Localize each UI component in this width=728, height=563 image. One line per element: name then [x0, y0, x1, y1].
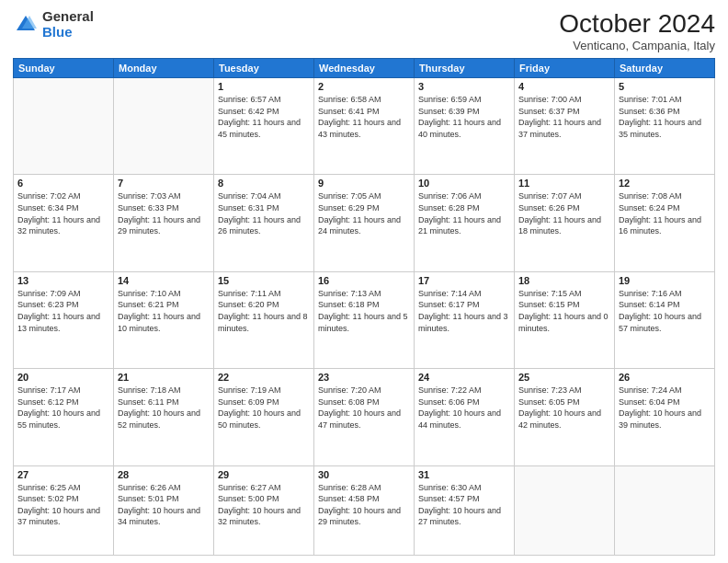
day-info: Sunrise: 7:22 AMSunset: 6:06 PMDaylight:… [418, 385, 510, 431]
day-info: Sunrise: 7:19 AMSunset: 6:09 PMDaylight:… [218, 385, 310, 431]
day-number: 2 [318, 81, 410, 92]
calendar-cell [14, 78, 114, 175]
col-sunday: Sunday [14, 59, 114, 78]
calendar-cell: 9Sunrise: 7:05 AMSunset: 6:29 PMDaylight… [314, 175, 415, 271]
day-info: Sunrise: 7:07 AMSunset: 6:26 PMDaylight:… [518, 190, 610, 236]
day-info: Sunrise: 7:04 AMSunset: 6:31 PMDaylight:… [218, 190, 310, 236]
logo: General Blue [13, 9, 94, 40]
logo-icon [13, 12, 39, 38]
logo-blue: Blue [42, 25, 94, 40]
day-info: Sunrise: 6:26 AMSunset: 5:01 PMDaylight:… [118, 482, 210, 528]
day-number: 19 [619, 275, 711, 286]
day-number: 20 [17, 372, 109, 383]
calendar-cell: 7Sunrise: 7:03 AMSunset: 6:33 PMDaylight… [114, 175, 214, 271]
day-number: 9 [318, 178, 410, 189]
day-number: 18 [518, 275, 610, 286]
day-number: 24 [418, 372, 510, 383]
calendar-cell: 19Sunrise: 7:16 AMSunset: 6:14 PMDayligh… [615, 271, 715, 368]
calendar-cell [615, 465, 715, 555]
calendar-cell: 29Sunrise: 6:27 AMSunset: 5:00 PMDayligh… [214, 465, 314, 555]
col-monday: Monday [114, 59, 214, 78]
day-info: Sunrise: 7:18 AMSunset: 6:11 PMDaylight:… [118, 385, 210, 431]
day-info: Sunrise: 7:03 AMSunset: 6:33 PMDaylight:… [118, 190, 210, 236]
day-number: 22 [218, 372, 310, 383]
calendar-cell: 16Sunrise: 7:13 AMSunset: 6:18 PMDayligh… [314, 271, 415, 368]
day-number: 31 [418, 469, 510, 480]
day-info: Sunrise: 6:27 AMSunset: 5:00 PMDaylight:… [218, 482, 310, 528]
calendar-cell: 18Sunrise: 7:15 AMSunset: 6:15 PMDayligh… [515, 271, 615, 368]
calendar-header-row: Sunday Monday Tuesday Wednesday Thursday… [14, 59, 715, 78]
day-info: Sunrise: 7:17 AMSunset: 6:12 PMDaylight:… [17, 385, 109, 431]
calendar-week-row-5: 27Sunrise: 6:25 AMSunset: 5:02 PMDayligh… [14, 465, 715, 555]
title-area: October 2024 Venticano, Campania, Italy [559, 9, 715, 52]
calendar-cell: 13Sunrise: 7:09 AMSunset: 6:23 PMDayligh… [14, 271, 114, 368]
day-number: 17 [418, 275, 510, 286]
calendar-cell: 24Sunrise: 7:22 AMSunset: 6:06 PMDayligh… [415, 369, 515, 465]
calendar-cell [515, 465, 615, 555]
day-info: Sunrise: 7:10 AMSunset: 6:21 PMDaylight:… [118, 288, 210, 334]
day-info: Sunrise: 7:15 AMSunset: 6:15 PMDaylight:… [518, 288, 610, 334]
day-number: 27 [17, 469, 109, 480]
day-number: 13 [17, 275, 109, 286]
header: General Blue October 2024 Venticano, Cam… [13, 9, 715, 52]
day-info: Sunrise: 6:30 AMSunset: 4:57 PMDaylight:… [418, 482, 510, 528]
day-number: 23 [318, 372, 410, 383]
day-info: Sunrise: 7:00 AMSunset: 6:37 PMDaylight:… [518, 94, 610, 140]
calendar-cell: 21Sunrise: 7:18 AMSunset: 6:11 PMDayligh… [114, 369, 214, 465]
day-info: Sunrise: 7:08 AMSunset: 6:24 PMDaylight:… [619, 190, 711, 236]
logo-text: General Blue [42, 9, 94, 40]
col-friday: Friday [515, 59, 615, 78]
month-title: October 2024 [559, 9, 715, 39]
logo-general: General [42, 9, 94, 25]
day-info: Sunrise: 7:01 AMSunset: 6:36 PMDaylight:… [619, 94, 711, 140]
day-info: Sunrise: 7:11 AMSunset: 6:20 PMDaylight:… [218, 288, 310, 334]
day-number: 29 [218, 469, 310, 480]
calendar-cell: 20Sunrise: 7:17 AMSunset: 6:12 PMDayligh… [14, 369, 114, 465]
day-number: 3 [418, 81, 510, 92]
day-info: Sunrise: 6:58 AMSunset: 6:41 PMDaylight:… [318, 94, 410, 140]
calendar-cell: 4Sunrise: 7:00 AMSunset: 6:37 PMDaylight… [515, 78, 615, 175]
day-number: 14 [118, 275, 210, 286]
calendar-cell: 14Sunrise: 7:10 AMSunset: 6:21 PMDayligh… [114, 271, 214, 368]
calendar-cell: 17Sunrise: 7:14 AMSunset: 6:17 PMDayligh… [415, 271, 515, 368]
calendar-cell: 27Sunrise: 6:25 AMSunset: 5:02 PMDayligh… [14, 465, 114, 555]
calendar-cell: 1Sunrise: 6:57 AMSunset: 6:42 PMDaylight… [214, 78, 314, 175]
day-number: 16 [318, 275, 410, 286]
day-info: Sunrise: 7:05 AMSunset: 6:29 PMDaylight:… [318, 190, 410, 236]
calendar-cell: 3Sunrise: 6:59 AMSunset: 6:39 PMDaylight… [415, 78, 515, 175]
calendar-cell: 10Sunrise: 7:06 AMSunset: 6:28 PMDayligh… [415, 175, 515, 271]
day-number: 21 [118, 372, 210, 383]
day-number: 8 [218, 178, 310, 189]
calendar-cell: 15Sunrise: 7:11 AMSunset: 6:20 PMDayligh… [214, 271, 314, 368]
day-number: 10 [418, 178, 510, 189]
page: General Blue October 2024 Venticano, Cam… [0, 0, 728, 563]
day-number: 26 [619, 372, 711, 383]
day-number: 1 [218, 81, 310, 92]
day-number: 30 [318, 469, 410, 480]
col-saturday: Saturday [615, 59, 715, 78]
day-info: Sunrise: 7:14 AMSunset: 6:17 PMDaylight:… [418, 288, 510, 334]
day-info: Sunrise: 7:13 AMSunset: 6:18 PMDaylight:… [318, 288, 410, 334]
calendar-cell: 5Sunrise: 7:01 AMSunset: 6:36 PMDaylight… [615, 78, 715, 175]
day-number: 5 [619, 81, 711, 92]
day-info: Sunrise: 6:59 AMSunset: 6:39 PMDaylight:… [418, 94, 510, 140]
calendar-week-row-1: 1Sunrise: 6:57 AMSunset: 6:42 PMDaylight… [14, 78, 715, 175]
col-wednesday: Wednesday [314, 59, 415, 78]
day-number: 7 [118, 178, 210, 189]
day-number: 6 [17, 178, 109, 189]
calendar-cell: 26Sunrise: 7:24 AMSunset: 6:04 PMDayligh… [615, 369, 715, 465]
calendar-cell: 31Sunrise: 6:30 AMSunset: 4:57 PMDayligh… [415, 465, 515, 555]
calendar-table: Sunday Monday Tuesday Wednesday Thursday… [13, 58, 715, 556]
calendar-week-row-4: 20Sunrise: 7:17 AMSunset: 6:12 PMDayligh… [14, 369, 715, 465]
calendar-cell: 11Sunrise: 7:07 AMSunset: 6:26 PMDayligh… [515, 175, 615, 271]
day-number: 12 [619, 178, 711, 189]
col-thursday: Thursday [415, 59, 515, 78]
day-number: 11 [518, 178, 610, 189]
location-subtitle: Venticano, Campania, Italy [559, 39, 715, 52]
day-info: Sunrise: 7:16 AMSunset: 6:14 PMDaylight:… [619, 288, 711, 334]
calendar-cell: 23Sunrise: 7:20 AMSunset: 6:08 PMDayligh… [314, 369, 415, 465]
day-info: Sunrise: 7:23 AMSunset: 6:05 PMDaylight:… [518, 385, 610, 431]
calendar-cell: 30Sunrise: 6:28 AMSunset: 4:58 PMDayligh… [314, 465, 415, 555]
calendar-cell [114, 78, 214, 175]
day-number: 25 [518, 372, 610, 383]
